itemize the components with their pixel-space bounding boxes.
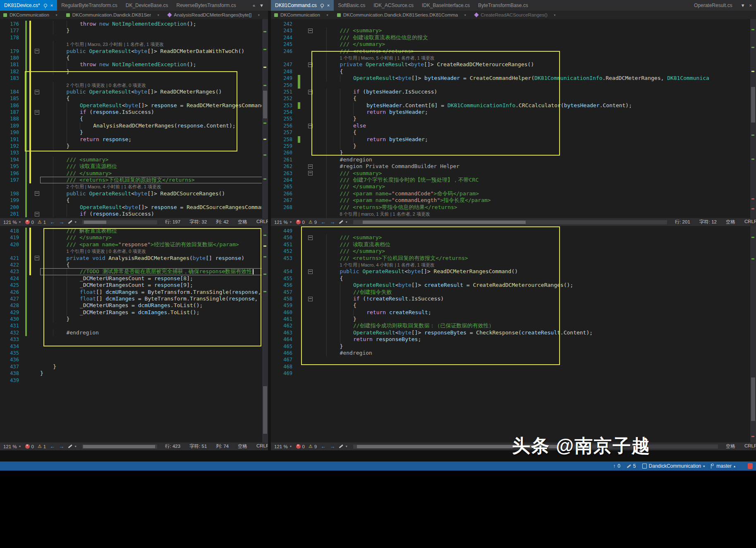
tab-close-all-icon[interactable]: ▼ xyxy=(259,3,264,8)
fold-collapse-icon[interactable] xyxy=(35,212,39,216)
code-text[interactable]: /// </summary> xyxy=(313,183,750,190)
tab-overflow-icon[interactable]: « xyxy=(253,3,255,8)
fold-collapse-icon[interactable] xyxy=(308,62,313,67)
code-text[interactable]: public OperateResult<byte[]> ReadDCSourc… xyxy=(40,190,262,197)
navigate-forward-icon[interactable]: → xyxy=(330,443,335,449)
code-text[interactable]: OperateResult<byte[]> bytesHeader = Crea… xyxy=(313,75,750,82)
edit-dropdown[interactable]: ▼ xyxy=(68,445,77,448)
code-text[interactable]: } xyxy=(40,363,262,370)
fold-collapse-icon[interactable] xyxy=(308,124,313,128)
code-text[interactable]: OperateResult<byte[]> response = ReadDCM… xyxy=(40,102,262,109)
tab-ReverseBytesTransform.cs[interactable]: ReverseBytesTransform.cs xyxy=(172,0,240,11)
code-text[interactable]: } xyxy=(40,316,262,322)
scrollbar-thumb[interactable] xyxy=(263,91,267,118)
code-text[interactable]: /// <summary> xyxy=(313,170,750,177)
code-text[interactable]: { xyxy=(313,68,750,75)
code-text[interactable]: /// <summary> xyxy=(40,156,262,163)
code-text[interactable] xyxy=(313,82,750,89)
code-text[interactable]: if (bytesHeader.IsSuccess) xyxy=(313,89,750,95)
code-text[interactable] xyxy=(313,363,750,370)
code-text[interactable]: { xyxy=(313,129,750,136)
code-text[interactable] xyxy=(313,21,750,27)
notification-badge[interactable] xyxy=(748,463,753,469)
code-text[interactable]: /// <param name="commandLength">指令长度</pa… xyxy=(313,197,750,204)
breadcrumb-class[interactable]: DKCommunication.Dandick.DK81Ser▼ xyxy=(63,12,165,17)
error-count[interactable]: 0 xyxy=(296,444,305,449)
horizontal-scrollbar[interactable] xyxy=(82,445,157,449)
code-text[interactable]: #endregion xyxy=(313,350,750,356)
fold-collapse-icon[interactable] xyxy=(35,90,39,94)
code-text[interactable] xyxy=(40,377,262,384)
codelens-info[interactable]: 1 个引用 | 0 项更改 | 0 名作者, 0 项更改 xyxy=(67,249,146,254)
code-text[interactable]: } xyxy=(40,129,262,136)
code-text[interactable]: /// 读取直流源档位 xyxy=(40,163,262,170)
code-text[interactable]: 1 个引用 | Macro, 4 小时前 | 1 名作者, 1 项更改 xyxy=(313,262,750,268)
code-text[interactable]: 1 个引用 | 0 项更改 | 0 名作者, 0 项更改 xyxy=(40,248,262,255)
code-text[interactable]: 2 个引用 | Macro, 4 小时前 | 1 名作者, 1 项更改 xyxy=(40,183,262,190)
code-text[interactable]: if (response.IsSuccess) xyxy=(40,211,262,217)
codelens-info[interactable]: 1 个引用 | Macro, 5 小时前 | 1 名作者, 1 项更改 xyxy=(340,55,435,60)
code-text[interactable]: OperateResult<byte[]> responseBytes = Ch… xyxy=(313,329,750,336)
scrollbar-thumb[interactable] xyxy=(83,445,155,448)
close-icon[interactable]: × xyxy=(50,3,53,8)
codelens-info[interactable]: 2 个引用 | Macro, 4 小时前 | 1 名作者, 1 项更改 xyxy=(67,184,161,189)
statusbar-branch[interactable]: master▴ xyxy=(711,463,735,469)
tab-preview-OperateResult.cs[interactable]: OperateResult.cs xyxy=(690,0,737,11)
tab-ByteTransformBase.cs[interactable]: ByteTransformBase.cs xyxy=(474,0,532,11)
code-text[interactable]: { xyxy=(40,262,262,268)
code-text[interactable]: /// <summary> xyxy=(313,234,750,241)
scrollbar-thumb[interactable] xyxy=(363,221,526,224)
code-text[interactable]: #endregion xyxy=(40,329,262,336)
code-text[interactable]: /// </summary> xyxy=(313,41,750,48)
code-text[interactable]: /// </summary> xyxy=(313,248,750,255)
code-text[interactable]: { xyxy=(40,115,262,122)
pane-splitter[interactable] xyxy=(268,11,271,450)
code-text[interactable]: /// </summary> xyxy=(40,170,262,177)
code-text[interactable]: } xyxy=(313,143,750,149)
code-text[interactable]: if (response.IsSuccess) xyxy=(40,109,262,115)
statusbar-repo[interactable]: DandickCommunication▾ xyxy=(642,463,705,469)
code-text[interactable]: return responseBytes; xyxy=(313,336,750,343)
code-text[interactable]: #endregion xyxy=(313,156,750,163)
warning-count[interactable]: ⚠9 xyxy=(309,444,317,449)
vertical-scrollbar[interactable] xyxy=(262,226,268,442)
code-text[interactable]: _DCMeterURanges = dcmURanges.ToList(); xyxy=(40,302,262,309)
code-text[interactable]: float[] dcmIanges = ByteTransform.TransS… xyxy=(40,296,262,302)
code-text[interactable]: /// <returns></returns> xyxy=(313,48,750,55)
breadcrumb-method[interactable]: CreateReadACSourceRanges()▼ xyxy=(471,12,561,17)
codelens-info[interactable]: 1 个引用 | Macro, 4 小时前 | 1 名作者, 1 项更改 xyxy=(340,262,435,267)
code-text[interactable]: /// 读取直流表档位 xyxy=(313,241,750,248)
code-text[interactable]: else xyxy=(313,123,750,129)
fold-collapse-icon[interactable] xyxy=(308,171,313,175)
editor-pane-top-right[interactable]: 242243/// <summary>244/// 创建读取直流表档位信息的报文… xyxy=(271,19,756,218)
code-text[interactable]: /// <returns>下位机回复的原始报文</returns> xyxy=(40,177,262,183)
code-text[interactable]: return createResult; xyxy=(313,309,750,316)
code-text[interactable]: _DCMeterIRanges = dcmIanges.ToList(); xyxy=(40,309,262,316)
warning-count[interactable]: ⚠1 xyxy=(38,444,46,449)
fold-collapse-icon[interactable] xyxy=(308,236,313,240)
navigate-back-icon[interactable]: ← xyxy=(50,219,55,225)
code-text[interactable] xyxy=(313,228,750,234)
scrollbar-thumb[interactable] xyxy=(751,87,755,123)
navigate-forward-icon[interactable]: → xyxy=(59,443,64,449)
edit-dropdown[interactable]: ▼ xyxy=(68,221,77,224)
code-text[interactable]: throw new NotImplementedException(); xyxy=(40,61,262,68)
navigate-forward-icon[interactable]: → xyxy=(330,219,335,225)
tab-IDK_ACSource.cs[interactable]: IDK_ACSource.cs xyxy=(369,0,418,11)
code-text[interactable] xyxy=(313,370,750,377)
navigate-forward-icon[interactable]: → xyxy=(59,219,64,225)
error-count[interactable]: 0 xyxy=(296,220,305,225)
code-text[interactable]: AnalysisReadDCMeterRanges(response.Conte… xyxy=(40,123,262,129)
scrollbar-thumb[interactable] xyxy=(84,221,106,224)
code-text[interactable] xyxy=(40,343,262,350)
tab-overflow-icon[interactable]: ▼ xyxy=(741,3,745,8)
edit-dropdown[interactable]: ▼ xyxy=(339,221,348,224)
breadcrumb-method[interactable]: AnalysisReadDCMeterRanges(byte[]▼ xyxy=(165,12,265,17)
tab-DK81Device.cs-[interactable]: DK81Device.cs*× xyxy=(0,0,57,11)
zoom-control[interactable]: 121 %▼ xyxy=(274,444,292,449)
fold-collapse-icon[interactable] xyxy=(308,90,313,94)
tab-close-all-icon[interactable]: × xyxy=(749,3,752,8)
code-text[interactable]: return response; xyxy=(40,136,262,143)
code-text[interactable]: } xyxy=(40,370,262,377)
code-text[interactable]: //创建指令成功则获取回复数据：（已保证数据的有效性） xyxy=(313,322,750,329)
